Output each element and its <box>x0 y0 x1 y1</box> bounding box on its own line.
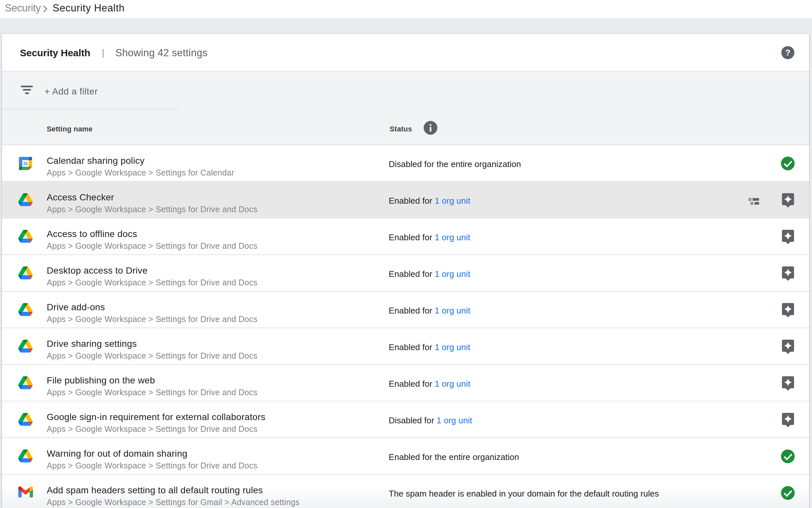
svg-text:?: ? <box>785 48 791 57</box>
svg-text:31: 31 <box>23 161 28 166</box>
